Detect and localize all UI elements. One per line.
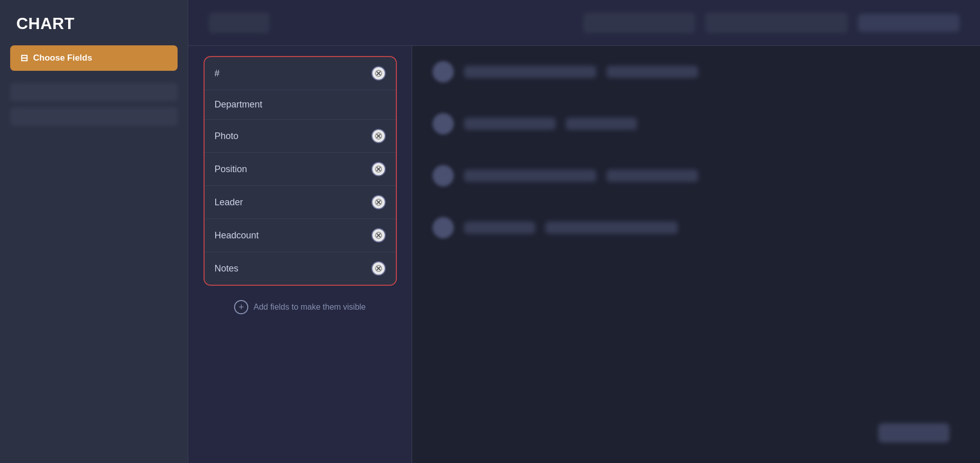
fields-panel: # Department Photo [188, 46, 412, 463]
field-label-position: Position [215, 164, 247, 175]
field-row-photo[interactable]: Photo [205, 120, 396, 153]
sidebar: CHART ⊟ Choose Fields [0, 0, 188, 463]
sidebar-blurred-item [10, 107, 178, 126]
blurred-row-2 [433, 113, 960, 134]
field-row-department[interactable]: Department [205, 90, 396, 120]
content-area: # Department Photo [188, 46, 980, 463]
remove-btn-photo[interactable] [371, 129, 386, 143]
top-bar [188, 0, 980, 46]
field-label-hash: # [215, 68, 220, 79]
blurred-avatar-3 [433, 165, 454, 186]
remove-btn-headcount[interactable] [371, 228, 386, 242]
main-content: # Department Photo [188, 0, 980, 463]
app-title: CHART [0, 0, 188, 45]
topbar-blurred-2 [583, 13, 695, 33]
blurred-row-3 [433, 165, 960, 186]
field-row-notes[interactable]: Notes [205, 252, 396, 285]
blurred-row-1 [433, 61, 960, 83]
field-label-headcount: Headcount [215, 230, 259, 241]
field-row-leader[interactable]: Leader [205, 186, 396, 219]
field-label-department: Department [215, 99, 263, 110]
blurred-avatar-2 [433, 113, 454, 134]
blurred-text-3 [464, 118, 556, 130]
field-label-leader: Leader [215, 197, 243, 208]
blurred-text-6 [607, 170, 698, 182]
field-label-notes: Notes [215, 263, 239, 274]
field-row-headcount[interactable]: Headcount [205, 219, 396, 252]
bottom-blurred-btn [878, 423, 949, 443]
blurred-avatar-1 [433, 61, 454, 83]
right-blurred-area [412, 46, 980, 463]
blurred-text-8 [545, 222, 678, 234]
remove-btn-leader[interactable] [371, 195, 386, 209]
blurred-text-2 [607, 66, 698, 78]
blurred-text-1 [464, 66, 596, 78]
add-fields-row[interactable]: + Add fields to make them visible [234, 300, 366, 314]
remove-btn-hash[interactable] [371, 66, 386, 80]
add-fields-label: Add fields to make them visible [253, 303, 366, 312]
sidebar-blurred-item [10, 83, 178, 101]
field-row-hash[interactable]: # [205, 57, 396, 90]
blurred-avatar-4 [433, 217, 454, 238]
topbar-blurred-4 [858, 14, 960, 32]
blurred-text-7 [464, 222, 535, 234]
blurred-row-4 [433, 217, 960, 238]
blurred-text-5 [464, 170, 596, 182]
add-fields-icon: + [234, 300, 248, 314]
field-label-photo: Photo [215, 131, 239, 142]
blurred-text-4 [566, 118, 637, 130]
choose-fields-button[interactable]: ⊟ Choose Fields [10, 45, 178, 71]
fields-list: # Department Photo [204, 56, 397, 286]
field-row-position[interactable]: Position [205, 153, 396, 186]
remove-btn-position[interactable] [371, 162, 386, 176]
remove-btn-notes[interactable] [371, 261, 386, 276]
choose-fields-label: Choose Fields [33, 53, 92, 63]
topbar-blurred-1 [209, 13, 270, 33]
topbar-blurred-3 [705, 13, 848, 33]
sidebar-blurred-section [0, 83, 188, 126]
monitor-icon: ⊟ [20, 52, 28, 64]
